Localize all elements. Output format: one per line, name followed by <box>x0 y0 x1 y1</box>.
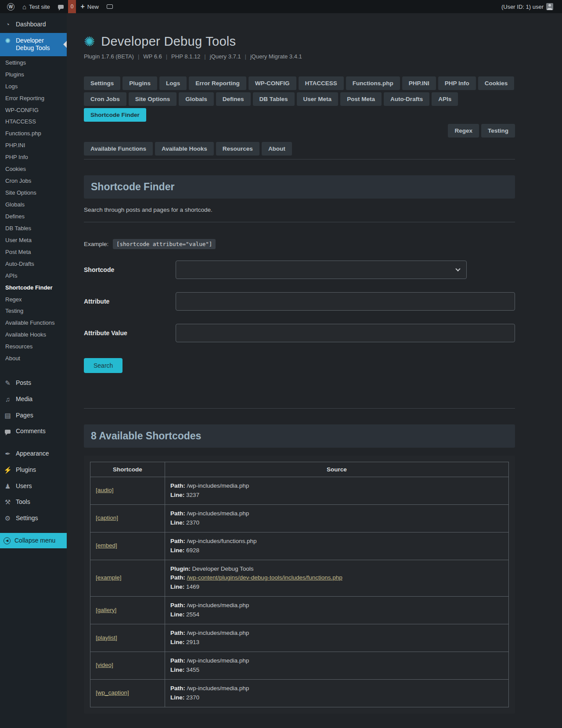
comments-icon <box>58 5 64 9</box>
search-button[interactable]: Search <box>84 358 122 373</box>
sidebar-subitem-logs[interactable]: Logs <box>0 81 67 93</box>
subtab-available-functions[interactable]: Available Functions <box>84 142 153 156</box>
shortcode-link[interactable]: [wp_caption] <box>96 689 129 696</box>
tab-db-tables[interactable]: DB Tables <box>253 92 295 106</box>
tab-php-ini[interactable]: PHP.INI <box>402 76 436 90</box>
tab-globals[interactable]: Globals <box>179 92 214 106</box>
shortcode-select[interactable] <box>176 261 467 279</box>
source-cell: Path: /wp-includes/media.phpLine: 3237 <box>165 477 509 505</box>
sidebar-item-appearance[interactable]: ✒Appearance <box>0 446 67 462</box>
shortcode-link[interactable]: [audio] <box>96 487 114 493</box>
admin-bar-left: W ⌂ Test site 0 + New <box>4 0 116 13</box>
comments-icon <box>4 427 12 436</box>
sidebar-item-users[interactable]: ♟Users <box>0 478 67 495</box>
divider <box>84 408 515 409</box>
shortcode-link[interactable]: [gallery] <box>96 607 116 613</box>
sidebar-item-pages[interactable]: ▤Pages <box>0 408 67 424</box>
example-line: Example: [shortcode attribute="value"] <box>84 241 515 247</box>
new-content-button[interactable]: + New <box>77 0 102 13</box>
sidebar-subitem-about[interactable]: About <box>0 353 67 365</box>
sidebar-subitem-cron-jobs[interactable]: Cron Jobs <box>0 175 67 187</box>
tab-error-reporting[interactable]: Error Reporting <box>189 76 246 90</box>
tab-php-info[interactable]: PHP Info <box>438 76 476 90</box>
tab-settings[interactable]: Settings <box>84 76 120 90</box>
shortcode-link[interactable]: [embed] <box>96 542 117 549</box>
sidebar-item-comments[interactable]: Comments <box>0 424 67 440</box>
tab-testing[interactable]: Testing <box>481 124 515 138</box>
tab-post-meta[interactable]: Post Meta <box>340 92 382 106</box>
sidebar-subitem-resources[interactable]: Resources <box>0 341 67 353</box>
shortcode-link[interactable]: [playlist] <box>96 634 117 641</box>
sidebar-subitem-user-meta[interactable]: User Meta <box>0 235 67 246</box>
attribute-value-input[interactable] <box>176 324 515 342</box>
sidebar-subitem-available-functions[interactable]: Available Functions <box>0 317 67 329</box>
tab-htaccess[interactable]: HTACCESS <box>299 76 344 90</box>
tab-logs[interactable]: Logs <box>159 76 187 90</box>
attribute-input[interactable] <box>176 292 515 311</box>
subtab-about[interactable]: About <box>262 142 292 156</box>
shortcode-link[interactable]: [video] <box>96 662 113 668</box>
site-link[interactable]: ⌂ Test site <box>19 0 54 13</box>
sidebar-subitem-php-ini[interactable]: PHP.INI <box>0 140 67 152</box>
sidebar-subitem-apis[interactable]: APIs <box>0 270 67 282</box>
sidebar-subitem-wp-config[interactable]: WP-CONFIG <box>0 105 67 116</box>
tab-plugins[interactable]: Plugins <box>122 76 157 90</box>
sidebar-subitem-regex[interactable]: Regex <box>0 294 67 306</box>
sidebar-subitem-testing[interactable]: Testing <box>0 305 67 317</box>
sidebar-subitem-defines[interactable]: Defines <box>0 211 67 223</box>
sidebar-subitem-shortcode-finder[interactable]: Shortcode Finder <box>0 282 67 294</box>
tab-cron-jobs[interactable]: Cron Jobs <box>84 92 126 106</box>
sidebar-subitem-post-meta[interactable]: Post Meta <box>0 246 67 258</box>
tab-nav: SettingsPluginsLogsError ReportingWP-CON… <box>84 76 515 138</box>
tab-site-options[interactable]: Site Options <box>129 92 177 106</box>
sidebar-subitem-htaccess[interactable]: HTACCESS <box>0 116 67 128</box>
sidebar-item-tools[interactable]: ⚒Tools <box>0 494 67 511</box>
sidebar-subitem-auto-drafts[interactable]: Auto-Drafts <box>0 258 67 270</box>
sidebar-subitem-plugins[interactable]: Plugins <box>0 69 67 81</box>
attribute-value-label: Attribute Value <box>84 330 176 337</box>
tab-user-meta[interactable]: User Meta <box>297 92 339 106</box>
collapse-menu-button[interactable]: ◀ Collapse menu <box>0 533 67 549</box>
wordpress-logo[interactable]: W <box>4 0 18 13</box>
form-row-attribute-value: Attribute Value <box>84 324 515 342</box>
table-row: [example]Plugin: Developer Debug ToolsPa… <box>90 560 509 597</box>
tab-wp-config[interactable]: WP-CONFIG <box>249 76 296 90</box>
sidebar-item-settings[interactable]: ⚙Settings <box>0 511 67 527</box>
comments-shortcut[interactable]: 0 <box>54 0 76 13</box>
meta-separator: | <box>166 53 167 60</box>
page-title: Developer Debug Tools <box>101 34 236 49</box>
collapse-icon: ◀ <box>4 537 11 544</box>
source-path-link[interactable]: /wp-content/plugins/dev-debug-tools/incl… <box>187 574 342 581</box>
sidebar-subitem-functions-php[interactable]: Functions.php <box>0 128 67 140</box>
sidebar-item-dashboard[interactable]: ◔ Dashboard <box>0 17 67 33</box>
tab-regex[interactable]: Regex <box>448 124 479 138</box>
screen-shortcut[interactable] <box>103 0 116 13</box>
sidebar-subitem-cookies[interactable]: Cookies <box>0 163 67 175</box>
sidebar-subitem-error-reporting[interactable]: Error Reporting <box>0 93 67 105</box>
sidebar-subitem-globals[interactable]: Globals <box>0 199 67 211</box>
admin-sidebar: ◔ Dashboard ✺ Developer Debug Tools Sett… <box>0 13 67 728</box>
sidebar-item-media[interactable]: ♫Media <box>0 391 67 408</box>
shortcode-link[interactable]: [caption] <box>96 514 118 521</box>
sidebar-subitem-db-tables[interactable]: DB Tables <box>0 223 67 235</box>
pages-icon: ▤ <box>4 412 12 420</box>
posts-icon: ✎ <box>4 379 12 388</box>
sidebar-item-posts[interactable]: ✎Posts <box>0 375 67 391</box>
sidebar-subitem-php-info[interactable]: PHP Info <box>0 152 67 163</box>
tab-shortcode-finder[interactable]: Shortcode Finder <box>84 108 146 122</box>
sidebar-subitem-settings[interactable]: Settings <box>0 57 67 69</box>
shortcode-link[interactable]: [example] <box>96 574 122 581</box>
sidebar-subitem-available-hooks[interactable]: Available Hooks <box>0 329 67 341</box>
sidebar-item-dev-debug-tools[interactable]: ✺ Developer Debug Tools <box>0 33 67 56</box>
subtab-resources[interactable]: Resources <box>216 142 259 156</box>
tab-defines[interactable]: Defines <box>216 92 251 106</box>
subtab-available-hooks[interactable]: Available Hooks <box>155 142 214 156</box>
tab-auto-drafts[interactable]: Auto-Drafts <box>384 92 429 106</box>
tab-apis[interactable]: APIs <box>432 92 458 106</box>
sidebar-item-plugins[interactable]: ⚡Plugins <box>0 462 67 478</box>
tab-functions-php[interactable]: Functions.php <box>346 76 400 90</box>
sidebar-subitem-site-options[interactable]: Site Options <box>0 187 67 199</box>
shortcode-cell: [caption] <box>90 504 165 532</box>
tab-cookies[interactable]: Cookies <box>478 76 515 90</box>
account-menu[interactable]: (User ID: 1) user <box>498 0 557 13</box>
